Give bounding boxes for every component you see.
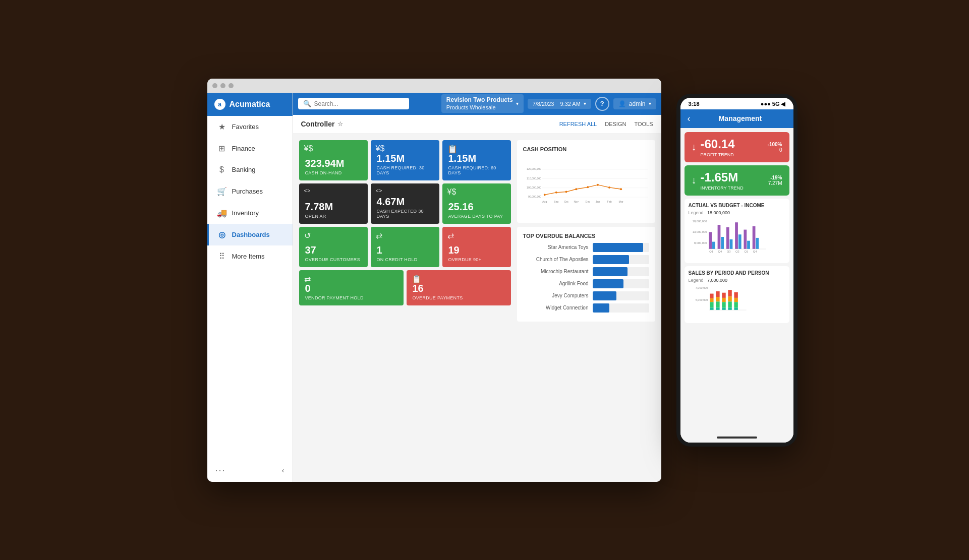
svg-text:Q3: Q3 xyxy=(726,250,730,253)
kpi-label-11: OVERDUE PAYMENTS xyxy=(413,295,505,300)
sidebar-item-dashboards[interactable]: ◎ Dashboards xyxy=(207,224,293,245)
svg-rect-31 xyxy=(726,227,729,248)
sidebar-more-dots[interactable]: ··· xyxy=(215,465,226,476)
kpi-value-8: 1 xyxy=(377,244,433,256)
kpi-value-7: 37 xyxy=(305,244,362,256)
svg-text:Nov: Nov xyxy=(574,200,579,203)
svg-rect-54 xyxy=(716,301,719,307)
svg-rect-35 xyxy=(744,229,747,248)
kpi-overdue-customers[interactable]: ↺ 37 OVERDUE CUSTOMERS xyxy=(299,227,368,267)
page-title-text: Controller xyxy=(301,120,335,128)
sales-chart-svg: 7,000,000 5,000,000 xyxy=(689,284,785,317)
kpi-cash-on-hand[interactable]: ¥$ 323.94M CASH ON-HAND xyxy=(299,140,368,180)
bar-row-3: Agrilink Food xyxy=(523,279,649,288)
svg-rect-56 xyxy=(722,292,725,297)
income-chart-svg: 18,000,000 13,000,000 8,000,000 xyxy=(689,217,785,257)
kpi-value-1: 323.94M xyxy=(305,158,362,169)
svg-rect-29 xyxy=(717,225,720,249)
svg-text:7,000,000: 7,000,000 xyxy=(695,286,708,289)
svg-point-8 xyxy=(543,194,545,196)
kpi-overdue-payments[interactable]: 📋 16 OVERDUE PAYMENTS xyxy=(407,270,511,305)
svg-text:Oct: Oct xyxy=(564,200,568,203)
sidebar-item-inventory[interactable]: 🚚 Inventory xyxy=(207,202,293,224)
sidebar: a Acumatica ★ Favorites ⊞ Finance $ Bank… xyxy=(207,93,293,482)
bar-label-5: Widget Connection xyxy=(523,305,589,310)
kpi-overdue-90[interactable]: ⇄ 19 OVERDUE 90+ xyxy=(442,227,511,267)
kpi-row-1: ¥$ 323.94M CASH ON-HAND ¥$ 1.15M CASH RE… xyxy=(299,140,511,180)
kpi-avg-days[interactable]: ¥$ 25.16 AVERAGE DAYS TO PAY xyxy=(442,183,511,224)
design-btn[interactable]: DESIGN xyxy=(605,121,626,127)
sidebar-collapse-btn[interactable]: ‹ xyxy=(282,466,284,474)
subheader-actions: REFRESH ALL DESIGN TOOLS xyxy=(559,121,653,127)
kpi-cash-60[interactable]: 📋 1.15M CASH REQUIRED: 60 DAYS xyxy=(442,140,511,180)
kpi-cash-30[interactable]: ¥$ 1.15M CASH REQUIRED: 30 DAYS xyxy=(371,140,439,180)
phone-chart-sales: SALES BY PERIOD AND PERSON Legend 7,000,… xyxy=(685,266,789,323)
kpi-icon-9: ⇄ xyxy=(447,231,454,240)
dollar-icon: $ xyxy=(217,165,227,174)
phone-inventory-pct: -19% xyxy=(768,175,782,180)
phone-kpi-inventory[interactable]: ↓ -1.65M INVENTORY TREND -19% 7.27M xyxy=(685,165,789,196)
company-selector[interactable]: Revision Two Products Products Wholesale… xyxy=(441,94,524,113)
user-button[interactable]: 👤 admin ▾ xyxy=(613,98,656,109)
phone-statusbar: 3:18 ●●● 5G ◀ xyxy=(680,98,793,109)
sidebar-item-purchases[interactable]: 🛒 Purchases xyxy=(207,180,293,202)
phone-kpi-profit[interactable]: ↓ -60.14 PROFIT TREND -100% 0 xyxy=(685,132,789,162)
user-name: admin xyxy=(629,100,646,107)
sidebar-item-banking[interactable]: $ Banking xyxy=(207,159,293,180)
svg-text:100,000,000: 100,000,000 xyxy=(526,185,541,189)
phone-inventory-sub: 7.27M xyxy=(768,180,782,186)
refresh-all-btn[interactable]: REFRESH ALL xyxy=(559,121,597,127)
bar-fill-3 xyxy=(593,279,624,288)
phone-time: 3:18 xyxy=(689,101,700,107)
sidebar-item-favorites[interactable]: ★ Favorites xyxy=(207,116,293,138)
svg-point-10 xyxy=(565,191,567,193)
kpi-vendor-hold[interactable]: ⇄ 0 VENDOR PAYMENT HOLD xyxy=(299,270,404,305)
phone-signal: ●●● 5G ◀ xyxy=(761,101,785,107)
bar-fill-0 xyxy=(593,243,644,252)
tools-btn[interactable]: TOOLS xyxy=(634,121,653,127)
svg-text:Jan: Jan xyxy=(595,200,600,203)
kpi-cash-expected[interactable]: <> 4.67M CASH EXPECTED 30 DAYS xyxy=(371,183,439,224)
sidebar-item-label: Dashboards xyxy=(232,231,270,238)
app-logo: a Acumatica xyxy=(207,93,293,116)
search-input[interactable] xyxy=(314,100,400,107)
svg-text:18,000,000: 18,000,000 xyxy=(692,220,707,223)
bar-row-5: Widget Connection xyxy=(523,303,649,313)
sidebar-item-finance[interactable]: ⊞ Finance xyxy=(207,138,293,159)
phone-back-button[interactable]: ‹ xyxy=(688,113,691,124)
svg-rect-53 xyxy=(716,297,719,301)
kpi-label-3: CASH REQUIRED: 60 DAYS xyxy=(448,165,505,175)
svg-rect-38 xyxy=(756,237,759,248)
company-sub: Products Wholesale xyxy=(446,104,513,111)
bar-fill-5 xyxy=(593,303,610,313)
svg-text:8,000,000: 8,000,000 xyxy=(694,241,707,244)
bar-fill-1 xyxy=(593,255,630,264)
sidebar-item-more[interactable]: ⠿ More Items xyxy=(207,245,293,267)
help-button[interactable]: ? xyxy=(595,97,609,111)
overdue-row: ↺ 37 OVERDUE CUSTOMERS ⇄ 1 ON CREDIT HOL… xyxy=(299,227,511,267)
phone-profit-sub: 0 xyxy=(768,147,782,153)
search-box[interactable]: 🔍 xyxy=(298,98,409,109)
sidebar-item-label: Inventory xyxy=(232,209,259,217)
cash-chart: 120,000,000 110,000,000 100,000,000 90,0… xyxy=(523,156,649,217)
date-selector[interactable]: 7/8/2023 9:32 AM ▾ xyxy=(528,99,591,109)
bar-label-1: Church of The Apostles xyxy=(523,257,589,262)
favorite-star-icon[interactable]: ☆ xyxy=(337,120,343,128)
subheader: Controller ☆ REFRESH ALL DESIGN TOOLS xyxy=(293,115,661,134)
svg-rect-57 xyxy=(722,297,725,301)
svg-point-11 xyxy=(575,188,577,190)
dots-icon: ⠿ xyxy=(217,252,227,261)
date-chevron-icon: ▾ xyxy=(584,101,586,106)
kpi-open-ar[interactable]: <> 7.78M OPEN AR xyxy=(299,183,368,224)
kpi-icon-4: <> xyxy=(304,188,311,194)
svg-text:Mar: Mar xyxy=(618,200,623,203)
kpi-credit-hold[interactable]: ⇄ 1 ON CREDIT HOLD xyxy=(371,227,439,267)
phone-profit-pct: -100% xyxy=(768,142,782,147)
phone-home-indicator xyxy=(717,437,757,439)
time-value: 9:32 AM xyxy=(560,101,580,107)
kpi-value-9: 19 xyxy=(448,244,505,256)
kpi-icon-7: ↺ xyxy=(304,231,311,240)
cash-position-chart: CASH POSITION 120,000,000 110,000,000 10… xyxy=(517,140,655,223)
svg-rect-36 xyxy=(747,240,750,248)
kpi-value-4: 7.78M xyxy=(305,201,362,212)
